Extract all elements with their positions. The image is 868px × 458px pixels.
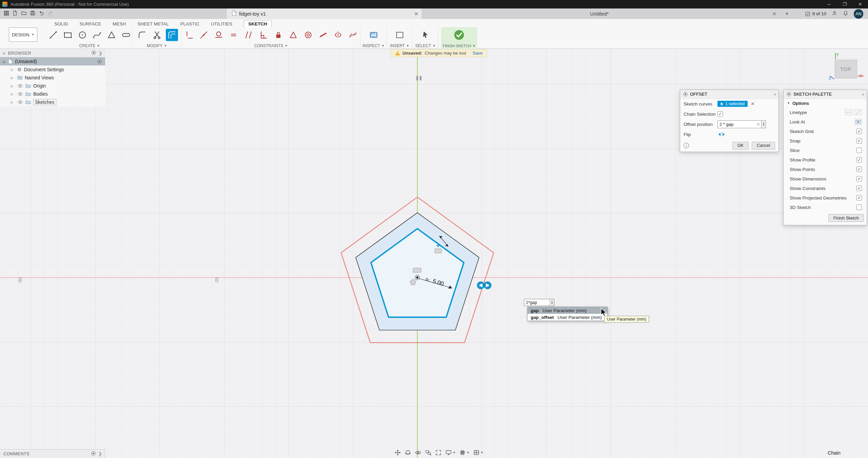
polygon-icon[interactable] [105,29,117,41]
browser-item-document-settings[interactable]: ▷ ⚙ Document Settings [0,65,105,74]
cancel-button[interactable]: Cancel [752,142,775,150]
finish-sketch-icon[interactable] [453,29,465,41]
show-dimensions-checkbox[interactable] [856,176,862,182]
origin-point[interactable] [416,276,418,279]
zoom-window-icon[interactable] [425,449,432,456]
tab-untitled[interactable]: Untitled* ✕ [422,8,781,19]
expand-chevron-icon[interactable]: ▷ [11,76,15,80]
tab-solid[interactable]: SOLID [54,21,68,26]
line-icon[interactable] [47,29,59,41]
select-cursor-icon[interactable] [419,29,432,41]
fix-lock-icon[interactable] [272,29,284,41]
save-link[interactable]: Save [473,51,483,56]
slot-icon[interactable] [120,29,132,41]
snap-checkbox[interactable] [856,138,862,144]
insert-menu[interactable]: INSERT▼ [387,43,412,49]
equal-icon[interactable] [228,29,240,41]
coincident-icon[interactable] [198,29,210,41]
avatar[interactable]: AN [854,9,863,19]
look-at-icon[interactable] [854,119,862,125]
clear-selection-icon[interactable]: ✕ [751,101,755,107]
undo-icon[interactable] [39,10,44,17]
tab-mesh[interactable]: MESH [113,21,126,26]
value-spinner[interactable]: ▲▼ [762,120,766,128]
show-projected-geometries-checkbox[interactable] [856,195,862,201]
expand-chevron-icon[interactable]: ▷ [11,92,15,96]
panel-handle-icon[interactable]: ❯ [98,451,102,456]
dock-target-icon[interactable] [91,451,96,456]
show-profile-checkbox[interactable] [856,157,862,163]
panel-handle-icon[interactable]: ❯ [99,51,102,56]
new-file-icon[interactable] [12,10,18,17]
zoom-fit-icon[interactable] [435,449,442,456]
expand-chevron-icon[interactable]: ▷ [11,68,15,72]
browser-item-named-views[interactable]: ▷ Named Views [0,74,105,82]
chain-selection-checkbox[interactable] [717,111,723,117]
flip-icon[interactable] [717,132,726,137]
horizontal-vertical-icon[interactable] [183,29,195,41]
offset-icon[interactable] [166,29,178,41]
viewports-icon[interactable]: ▼ [473,449,484,456]
open-file-icon[interactable] [21,10,27,17]
show-constraints-checkbox[interactable] [856,186,862,191]
dialog-pin-icon[interactable] [683,92,688,96]
grid-settings-icon[interactable]: ▼ [459,449,470,456]
expand-chevron-icon[interactable]: ▷ [11,84,15,88]
options-section-header[interactable]: ▼ Options [784,99,867,108]
browser-root-row[interactable]: (Unsaved) [0,57,105,65]
save-icon[interactable] [30,10,36,17]
parameter-expression-input[interactable]: 2*gap ▲▼ [524,299,554,306]
measure-icon[interactable] [368,29,380,41]
tab-sketch[interactable]: SKETCH [244,20,272,28]
insert-canvas-icon[interactable] [394,29,406,41]
rectangle-icon[interactable] [62,29,74,41]
display-settings-icon[interactable]: ▼ [445,449,456,456]
notifications-bell-icon[interactable] [843,10,849,18]
tab-surface[interactable]: SURFACE [80,21,101,26]
create-menu[interactable]: CREATE▼ [47,43,132,49]
workspace-selector[interactable]: DESIGN▼ [9,27,37,42]
visibility-eye-icon[interactable] [17,92,23,96]
dialog-pin-icon[interactable] [787,92,791,96]
new-tab-button[interactable]: + [782,8,792,19]
selection-badge[interactable]: 1 selected [717,101,748,107]
select-menu[interactable]: SELECT▼ [413,43,438,49]
symmetry-icon[interactable] [332,29,344,41]
finish-sketch-button[interactable]: FINISH SKETCH▼ [441,43,477,49]
browser-item-bodies[interactable]: ▷ Bodies [0,90,105,98]
linetype-construction-icon[interactable] [854,109,862,115]
tab-utilities[interactable]: UTILITIES [211,21,232,26]
app-grid-icon[interactable] [3,10,9,17]
expand-chevron-icon[interactable]: ▷ [11,100,15,104]
inspect-menu[interactable]: INSPECT▼ [360,43,387,49]
constraints-menu[interactable]: CONSTRAINTS▼ [182,43,360,49]
orbit-icon[interactable] [405,449,411,456]
visibility-eye-icon[interactable] [17,100,23,104]
curvature-icon[interactable] [347,29,359,41]
maximize-button[interactable]: ❐ [837,0,852,8]
pan-icon[interactable] [394,449,401,456]
show-points-checkbox[interactable] [856,167,862,172]
dropdown-item-gap[interactable]: gap User Parameter (mm) [528,307,607,314]
browser-item-sketches[interactable]: ▷ Sketches [0,98,105,106]
parallel-icon[interactable] [242,29,255,41]
modify-menu[interactable]: MODIFY▼ [132,43,181,49]
trim-icon[interactable] [151,29,163,41]
collapsed-dimension-box[interactable] [413,268,421,272]
midpoint-icon[interactable] [287,29,299,41]
look-at-icon[interactable] [415,449,421,456]
browser-header[interactable]: « BROWSER ❯ [0,49,105,57]
finish-sketch-group[interactable]: FINISH SKETCH▼ [441,27,477,49]
sketch-grid-checkbox[interactable] [856,129,862,134]
minimize-button[interactable]: ─ [821,0,837,8]
activate-target-icon[interactable] [97,59,102,64]
ok-button[interactable]: OK [732,142,749,150]
comments-panel[interactable]: COMMENTS ❯ [0,449,105,458]
sketch-palette-header[interactable]: SKETCH PALETTE » [784,90,867,99]
model-canvas[interactable]: fx: 5.00 -50 -25 [0,49,868,458]
tab-sheet-metal[interactable]: SHEET METAL [137,21,169,26]
value-spinner[interactable]: ▲▼ [550,299,554,306]
offset-dialog-header[interactable]: OFFSET » [680,90,778,99]
close-button[interactable]: ✕ [852,0,868,8]
browser-item-origin[interactable]: ▷ Origin [0,82,105,90]
